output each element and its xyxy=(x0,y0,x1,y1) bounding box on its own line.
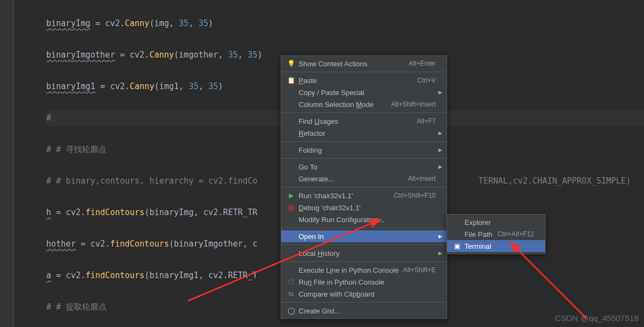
args: (binaryImg, cv2.RETR_TR xyxy=(145,207,258,217)
submenu-terminal[interactable]: ▣ Terminal xyxy=(447,240,545,252)
var: a xyxy=(46,271,51,280)
num: 35 xyxy=(179,18,189,28)
label: Generate... xyxy=(296,175,408,183)
chevron-right-icon: ▶ xyxy=(438,147,442,153)
var-binaryImg: binaryImg xyxy=(46,18,90,28)
num: 35 xyxy=(228,50,238,60)
menu-local-history[interactable]: Local History ▶ xyxy=(281,247,447,259)
menu-find-usages[interactable]: Find Usages Alt+F7 xyxy=(281,115,447,127)
label: Copy / Paste Special xyxy=(296,89,436,97)
menu-compare-clipboard[interactable]: ⇆ Compare with Clipboard xyxy=(281,288,447,300)
chevron-right-icon: ▶ xyxy=(438,90,442,95)
separator xyxy=(281,158,447,159)
separator xyxy=(281,302,447,303)
label: Execute Line in Python Console xyxy=(296,266,403,274)
menu-open-in[interactable]: Open In ▶ xyxy=(281,230,447,242)
chevron-right-icon: ▶ xyxy=(438,250,442,256)
paste-icon: 📋 xyxy=(286,77,296,84)
args: (binaryImgother, c xyxy=(169,239,258,249)
label: Explorer xyxy=(462,218,534,227)
menu-copy-paste-special[interactable]: Copy / Paste Special ▶ xyxy=(281,86,447,98)
separator xyxy=(281,187,447,187)
shortcut: Alt+F7 xyxy=(417,117,436,125)
run-icon: ▶ xyxy=(286,192,296,199)
watermark: CSDN @qq_45507518 xyxy=(555,313,639,323)
open-in-submenu: Explorer File Path Ctrl+Alt+F12 ▣ Termin… xyxy=(447,214,546,254)
separator xyxy=(281,141,447,142)
comment: # # 提取轮廓点 xyxy=(46,302,107,312)
var: hother xyxy=(46,239,76,249)
label: Run File in Python Console xyxy=(296,278,436,286)
shortcut: Alt+Shift+Insert xyxy=(391,100,436,108)
label: Open In xyxy=(296,232,436,241)
num: 35 xyxy=(208,81,218,91)
label: Run 'chair32v1.1' xyxy=(296,192,394,200)
label: Go To xyxy=(296,163,436,171)
comment: # # 寻找轮廓点 xyxy=(46,144,107,154)
fn: Canny xyxy=(150,50,174,60)
shortcut: Ctrl+V xyxy=(417,77,436,84)
num: 35 xyxy=(199,18,208,28)
shortcut: Ctrl+Alt+F12 xyxy=(498,230,534,238)
label: File Path xyxy=(462,230,498,238)
gutter xyxy=(0,0,14,327)
label: Find Usages xyxy=(296,117,417,125)
num: 35 xyxy=(247,50,257,60)
label: Terminal xyxy=(462,242,534,250)
bulb-icon: 💡 xyxy=(286,60,296,67)
menu-run[interactable]: ▶ Run 'chair32v1.1' Ctrl+Shift+F10 xyxy=(281,190,447,202)
menu-run-file-console[interactable]: ⬡ Run File in Python Console xyxy=(281,276,447,288)
label: Refactor xyxy=(296,129,436,137)
chevron-right-icon: ▶ xyxy=(438,164,442,169)
label: Debug 'chair32v1.1' xyxy=(296,204,436,212)
menu-create-gist[interactable]: ◯ Create Gist... xyxy=(281,305,447,317)
label: Folding xyxy=(296,146,436,154)
menu-folding[interactable]: Folding ▶ xyxy=(281,144,447,156)
shortcut: Ctrl+Shift+F10 xyxy=(394,192,436,199)
fn-canny: Canny xyxy=(125,18,150,28)
label: Compare with Clipboard xyxy=(296,290,436,298)
label: Local History xyxy=(296,249,436,257)
compare-icon: ⇆ xyxy=(286,290,296,298)
debug-icon: 🐞 xyxy=(286,204,296,211)
menu-modify-run-config[interactable]: Modify Run Configuration... xyxy=(281,213,447,225)
menu-debug[interactable]: 🐞 Debug 'chair32v1.1' xyxy=(281,202,447,213)
arg: imgother xyxy=(179,50,218,60)
menu-show-context-actions[interactable]: 💡 Show Context Actions Alt+Enter xyxy=(281,58,447,70)
menu-paste[interactable]: 📋 Paste Ctrl+V xyxy=(281,74,447,86)
chevron-right-icon: ▶ xyxy=(438,130,442,136)
var: binaryImg1 xyxy=(46,81,95,91)
fn: findContours xyxy=(110,239,169,249)
label: Create Gist... xyxy=(296,307,436,315)
separator xyxy=(281,244,447,245)
comment: # # binary,contours, hierarchy = cv2.fin… xyxy=(46,176,257,186)
menu-column-selection[interactable]: Column Selection Mode Alt+Shift+Insert xyxy=(281,98,447,110)
chevron-right-icon: ▶ xyxy=(438,234,442,239)
terminal-icon: ▣ xyxy=(451,242,462,250)
submenu-file-path[interactable]: File Path Ctrl+Alt+F12 xyxy=(447,228,545,240)
menu-generate[interactable]: Generate... Alt+Insert xyxy=(281,173,447,185)
context-menu: 💡 Show Context Actions Alt+Enter 📋 Paste… xyxy=(281,55,447,319)
shortcut: Alt+Shift+E xyxy=(403,266,436,274)
separator xyxy=(281,112,447,113)
var: binaryImgother xyxy=(46,50,115,60)
var: h xyxy=(46,207,51,217)
separator xyxy=(281,228,447,228)
fn: findContours xyxy=(85,207,144,217)
comment: TERNAL,cv2.CHAIN_APPROX_SIMPLE) xyxy=(479,176,631,186)
separator xyxy=(281,261,447,262)
label: Column Selection Mode xyxy=(296,100,391,109)
menu-execute-line[interactable]: Execute Line in Python Console Alt+Shift… xyxy=(281,264,447,276)
label: Paste xyxy=(296,77,417,85)
shortcut: Alt+Enter xyxy=(408,60,436,67)
arg: img1 xyxy=(159,81,179,91)
label: Modify Run Configuration... xyxy=(296,216,436,224)
fn: Canny xyxy=(130,81,154,91)
separator xyxy=(281,72,447,72)
label: Show Context Actions xyxy=(296,60,408,68)
github-icon: ◯ xyxy=(286,307,296,315)
menu-goto[interactable]: Go To ▶ xyxy=(281,161,447,173)
python-icon: ⬡ xyxy=(286,278,296,286)
submenu-explorer[interactable]: Explorer xyxy=(447,216,545,228)
menu-refactor[interactable]: Refactor ▶ xyxy=(281,127,447,139)
